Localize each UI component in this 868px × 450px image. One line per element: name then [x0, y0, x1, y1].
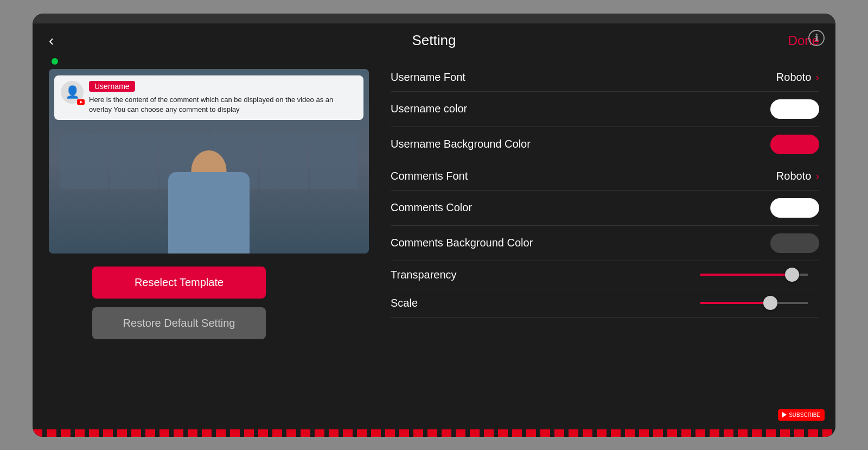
- comments-bg-color-swatch[interactable]: [770, 233, 819, 253]
- username-tag: Username: [89, 81, 135, 92]
- comments-color-label: Comments Color: [391, 201, 472, 214]
- comments-color-swatch[interactable]: [770, 198, 819, 218]
- comment-text-area: Username Here is the content of the comm…: [89, 81, 357, 115]
- comments-font-label: Comments Font: [391, 170, 468, 182]
- username-color-swatch[interactable]: [770, 99, 819, 119]
- comments-font-value-row[interactable]: Roboto ›: [776, 170, 819, 182]
- person-torso: [168, 172, 250, 253]
- bottom-progress-bar: [33, 429, 835, 437]
- chevron-right-icon: ›: [815, 71, 819, 84]
- username-font-row: Username Font Roboto ›: [391, 64, 819, 92]
- transparency-thumb[interactable]: [785, 268, 799, 282]
- scale-row: Scale: [391, 289, 819, 318]
- shelf-item: [310, 134, 358, 189]
- left-panel: 👤 Username Here is the content of the co…: [49, 58, 374, 437]
- preview-container: 👤 Username Here is the content of the co…: [49, 69, 369, 253]
- device-frame: ℹ ‹ Setting Done 👤: [33, 14, 835, 437]
- comments-bg-color-row: Comments Background Color: [391, 226, 819, 261]
- shelf-item: [110, 134, 158, 189]
- subscribe-label: SUBSCRIBE: [789, 412, 820, 418]
- back-button[interactable]: ‹: [49, 33, 54, 48]
- reselect-template-button[interactable]: Reselect Template: [92, 267, 266, 299]
- transparency-row: Transparency: [391, 261, 819, 289]
- top-keyboard-bar: [33, 14, 835, 23]
- chevron-right-icon: ›: [815, 170, 819, 182]
- action-buttons: Reselect Template Restore Default Settin…: [49, 267, 374, 339]
- username-bg-color-swatch[interactable]: [770, 135, 819, 154]
- username-bg-color-row: Username Background Color: [391, 127, 819, 162]
- username-font-label: Username Font: [391, 71, 465, 84]
- transparency-slider[interactable]: [700, 274, 819, 276]
- scale-thumb[interactable]: [763, 296, 777, 310]
- avatar: 👤: [61, 81, 84, 104]
- avatar-person-icon: 👤: [65, 85, 80, 99]
- main-content: 👤 Username Here is the content of the co…: [33, 58, 835, 437]
- restore-default-button[interactable]: Restore Default Setting: [92, 307, 266, 339]
- settings-panel: Username Font Roboto › Username color Us…: [391, 58, 819, 437]
- comments-color-row: Comments Color: [391, 191, 819, 226]
- username-color-label: Username color: [391, 103, 467, 115]
- transparency-track: [700, 274, 808, 276]
- comment-overlay: 👤 Username Here is the content of the co…: [54, 75, 363, 120]
- page-title: Setting: [412, 32, 456, 49]
- scale-label: Scale: [391, 297, 418, 309]
- comments-font-row: Comments Font Roboto ›: [391, 162, 819, 191]
- shelf-item: [260, 134, 308, 189]
- username-bg-color-label: Username Background Color: [391, 138, 531, 150]
- scale-slider[interactable]: [700, 302, 819, 304]
- username-color-row: Username color: [391, 92, 819, 127]
- username-font-value: Roboto: [776, 71, 812, 84]
- green-status-dot: [52, 58, 58, 65]
- username-font-value-row[interactable]: Roboto ›: [776, 71, 819, 84]
- comments-font-value: Roboto: [776, 170, 812, 182]
- subscribe-badge[interactable]: SUBSCRIBE: [778, 409, 825, 421]
- youtube-badge-icon: [77, 99, 85, 105]
- scale-track: [700, 302, 808, 304]
- header: ‹ Setting Done: [33, 23, 835, 58]
- comments-bg-color-label: Comments Background Color: [391, 237, 533, 249]
- subscribe-play-icon: [782, 412, 787, 417]
- shelf-item: [60, 134, 108, 189]
- transparency-label: Transparency: [391, 269, 457, 281]
- comment-body-text: Here is the content of the comment which…: [89, 95, 357, 115]
- info-icon[interactable]: ℹ: [808, 30, 825, 46]
- person-figure: [160, 145, 258, 253]
- screen: ℹ ‹ Setting Done 👤: [33, 23, 835, 437]
